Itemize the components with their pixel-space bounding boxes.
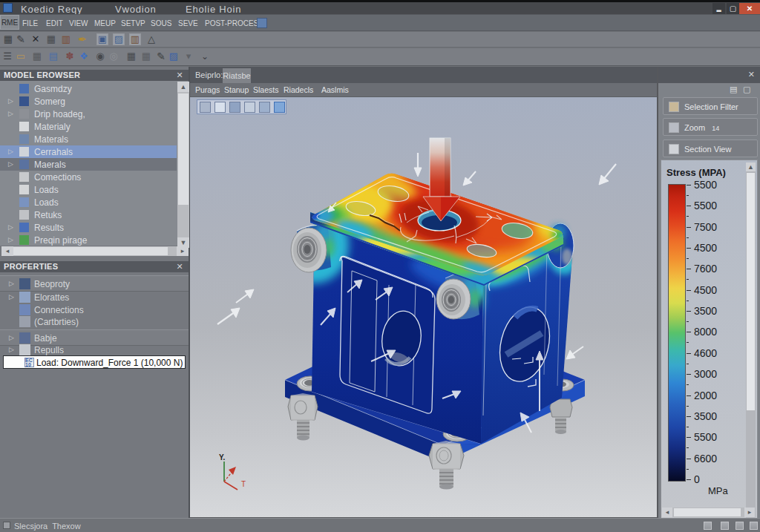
svg-text:Y.: Y. — [219, 453, 226, 462]
svg-text:T: T — [241, 480, 246, 488]
